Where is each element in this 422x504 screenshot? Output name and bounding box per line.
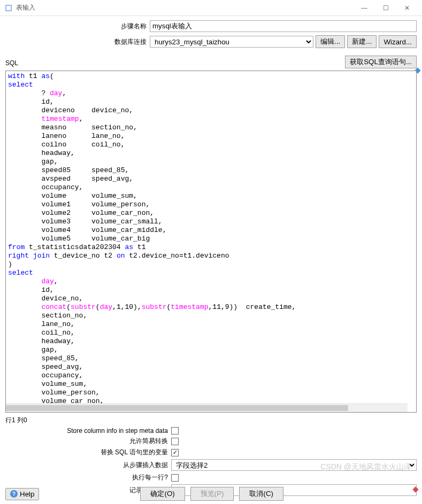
close-button[interactable]: ✕ bbox=[396, 0, 418, 16]
wizard-button[interactable]: Wizard... bbox=[379, 35, 417, 48]
svg-rect-1 bbox=[6, 6, 11, 10]
each-row-checkbox[interactable] bbox=[171, 474, 179, 482]
store-col-label: Store column info in step meta data bbox=[5, 427, 171, 435]
sql-editor[interactable]: with t1 as(select ? day, id, deviceno de… bbox=[5, 71, 417, 413]
window-title: 表输入 bbox=[16, 3, 354, 12]
titlebar: 表输入 — ☐ ✕ bbox=[0, 0, 422, 16]
replace-var-checkbox[interactable] bbox=[171, 449, 179, 456]
allow-lazy-checkbox[interactable] bbox=[171, 438, 179, 445]
replace-var-label: 替换 SQL 语句里的变量 bbox=[5, 448, 171, 457]
watermark: CSDN @天地风雷水火山泽 bbox=[320, 462, 411, 472]
maximize-button[interactable]: ☐ bbox=[375, 0, 396, 16]
edit-button[interactable]: 编辑... bbox=[316, 35, 345, 48]
step-name-input[interactable] bbox=[150, 20, 417, 32]
cancel-button[interactable]: 取消(C) bbox=[239, 487, 283, 501]
help-icon: ? bbox=[10, 490, 18, 498]
allow-lazy-label: 允许简易转换 bbox=[5, 437, 171, 446]
help-label: Help bbox=[20, 490, 34, 498]
ok-button[interactable]: 确定(O) bbox=[140, 487, 185, 501]
minimize-button[interactable]: — bbox=[354, 0, 375, 16]
horizontal-scrollbar[interactable] bbox=[6, 404, 408, 412]
sql-label: SQL bbox=[0, 57, 343, 69]
db-conn-label: 数据库连接 bbox=[5, 37, 150, 46]
store-col-checkbox[interactable] bbox=[171, 427, 179, 435]
app-icon bbox=[4, 4, 13, 12]
preview-button[interactable]: 预览(P) bbox=[190, 487, 234, 501]
help-button[interactable]: ? Help bbox=[5, 488, 39, 500]
get-sql-button[interactable]: 获取SQL查询语句... bbox=[345, 56, 417, 68]
step-name-label: 步骤名称 bbox=[5, 22, 150, 31]
row-col-status: 行1 列0 bbox=[0, 413, 422, 426]
db-conn-select[interactable]: hurys23_mysql_taizhou bbox=[150, 36, 313, 48]
new-button[interactable]: 新建... bbox=[347, 35, 377, 48]
from-step-label: 从步骤插入数据 bbox=[5, 461, 171, 470]
each-row-label: 执行每一行? bbox=[5, 473, 171, 482]
